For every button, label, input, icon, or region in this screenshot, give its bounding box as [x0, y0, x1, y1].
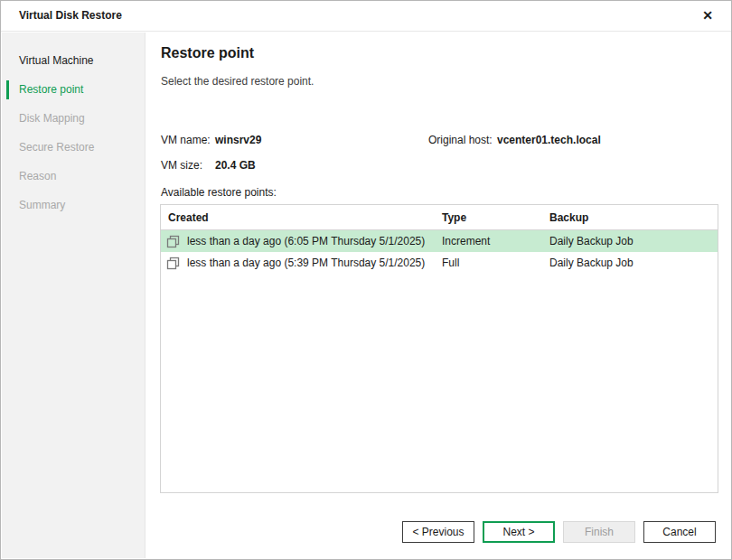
window-title: Virtual Disk Restore: [19, 1, 122, 31]
restore-point-icon: [166, 257, 180, 270]
previous-button[interactable]: < Previous: [402, 521, 474, 543]
restore-point-type: Full: [442, 257, 549, 269]
sidebar-item-secure-restore: Secure Restore: [2, 133, 145, 162]
sidebar-item-disk-mapping: Disk Mapping: [2, 104, 145, 133]
table-row[interactable]: less than a day ago (6:05 PM Thursday 5/…: [161, 230, 718, 252]
sidebar-item-summary: Summary: [2, 191, 145, 219]
sidebar-item-reason: Reason: [2, 162, 145, 191]
restore-point-created: less than a day ago (5:39 PM Thursday 5/…: [187, 257, 425, 269]
vm-size-value: 20.4 GB: [215, 159, 256, 172]
table-header-row: Created Type Backup: [161, 205, 718, 230]
restore-point-created: less than a day ago (6:05 PM Thursday 5/…: [187, 235, 425, 247]
finish-button: Finish: [563, 521, 635, 543]
sidebar-item-restore-point[interactable]: Restore point: [2, 75, 145, 104]
original-host-label: Original host:: [428, 134, 493, 146]
page-title: Restore point: [161, 45, 254, 61]
wizard-steps-sidebar: Virtual Machine Restore point Disk Mappi…: [2, 33, 145, 558]
vm-name-label: VM name:: [161, 134, 211, 146]
available-restore-points-label: Available restore points:: [161, 186, 277, 199]
column-header-created[interactable]: Created: [161, 211, 442, 224]
virtual-disk-restore-dialog: Virtual Disk Restore ✕ Virtual Machine R…: [0, 0, 732, 560]
restore-point-backup: Daily Backup Job: [549, 257, 718, 269]
original-host-value: vcenter01.tech.local: [497, 134, 601, 146]
vm-size-label: VM size:: [161, 159, 202, 172]
restore-point-icon: [166, 235, 180, 248]
close-icon[interactable]: ✕: [699, 1, 717, 31]
table-row[interactable]: less than a day ago (5:39 PM Thursday 5/…: [161, 252, 718, 274]
restore-point-type: Increment: [442, 235, 549, 247]
main-panel: Restore point Select the desired restore…: [146, 33, 730, 558]
cancel-button[interactable]: Cancel: [643, 521, 716, 543]
title-bar: Virtual Disk Restore ✕: [1, 1, 731, 32]
restore-point-backup: Daily Backup Job: [549, 235, 718, 247]
column-header-type[interactable]: Type: [442, 211, 549, 224]
wizard-buttons: < Previous Next > Finish Cancel: [402, 521, 716, 543]
vm-name-value: winsrv29: [215, 134, 261, 146]
restore-points-table: Created Type Backup less than a day ago …: [160, 204, 718, 493]
column-header-backup[interactable]: Backup: [549, 211, 718, 224]
next-button[interactable]: Next >: [483, 521, 555, 543]
sidebar-item-virtual-machine[interactable]: Virtual Machine: [2, 46, 145, 75]
page-subtitle: Select the desired restore point.: [161, 75, 314, 88]
